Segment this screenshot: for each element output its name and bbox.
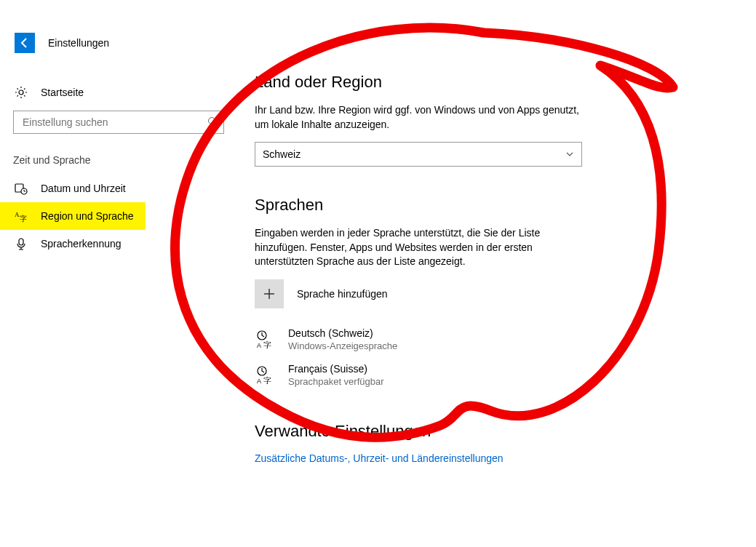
sidebar-item-region-language[interactable]: A字 Region und Sprache: [0, 202, 146, 230]
search-box[interactable]: [13, 111, 224, 134]
search-input[interactable]: [21, 116, 207, 129]
back-row: Einstellungen: [0, 33, 233, 53]
arrow-left-icon: [19, 37, 31, 49]
svg-text:字: 字: [263, 376, 271, 384]
svg-text:字: 字: [20, 215, 27, 223]
languages-section: Sprachen Eingaben werden in jeder Sprach…: [255, 196, 691, 393]
sidebar-item-label: Spracherkennung: [41, 238, 122, 249]
svg-point-1: [209, 117, 215, 124]
country-dropdown[interactable]: Schweiz: [255, 142, 582, 167]
additional-settings-link[interactable]: Zusätzliche Datums-, Uhrzeit- und Länder…: [255, 452, 691, 464]
svg-rect-7: [19, 239, 23, 245]
region-heading: Land oder Region: [255, 73, 691, 92]
language-pack-icon: A字: [255, 329, 275, 349]
back-button[interactable]: [15, 33, 35, 53]
sidebar-item-label: Startseite: [41, 87, 84, 98]
language-item-deutsch[interactable]: A字 Deutsch (Schweiz) Windows-Anzeigespra…: [255, 322, 691, 357]
svg-text:字: 字: [263, 340, 271, 348]
settings-title: Einstellungen: [48, 37, 109, 49]
related-heading: Verwandte Einstellungen: [255, 422, 691, 441]
sidebar-item-date-time[interactable]: Datum und Uhrzeit: [0, 175, 233, 202]
language-pack-icon: A字: [255, 364, 275, 385]
region-section: Land oder Region Ihr Land bzw. Ihre Regi…: [255, 73, 691, 167]
sidebar-item-label: Region und Sprache: [41, 210, 134, 222]
svg-text:A: A: [257, 342, 261, 348]
add-language-label: Sprache hinzufügen: [297, 288, 388, 300]
language-name: Deutsch (Schweiz): [288, 327, 397, 339]
svg-text:A: A: [257, 378, 261, 384]
language-icon: A字: [15, 209, 28, 223]
languages-description: Eingaben werden in jeder Sprache unterst…: [255, 226, 589, 269]
languages-heading: Sprachen: [255, 196, 691, 215]
calendar-clock-icon: [15, 182, 28, 195]
main-content: Land oder Region Ihr Land bzw. Ihre Regi…: [255, 73, 691, 493]
search-icon: [207, 116, 218, 129]
sidebar-category-label: Zeit und Sprache: [0, 150, 233, 175]
country-selected-value: Schweiz: [263, 148, 301, 160]
plus-icon: [255, 279, 284, 308]
sidebar-item-label: Datum und Uhrzeit: [41, 183, 126, 194]
svg-line-2: [215, 123, 218, 126]
sidebar: Einstellungen Startseite Zeit und Sprach…: [0, 0, 233, 257]
region-description: Ihr Land bzw. Ihre Region wird ggf. von …: [255, 103, 582, 132]
svg-text:A: A: [15, 211, 20, 218]
language-item-francais[interactable]: A字 Français (Suisse) Sprachpaket verfügb…: [255, 357, 691, 393]
language-subtitle: Windows-Anzeigesprache: [288, 340, 397, 351]
sidebar-item-speech[interactable]: Spracherkennung: [0, 230, 233, 257]
language-subtitle: Sprachpaket verfügbar: [288, 376, 384, 387]
gear-icon: [15, 86, 28, 99]
language-name: Français (Suisse): [288, 363, 384, 375]
microphone-icon: [15, 237, 28, 250]
svg-point-0: [19, 90, 23, 95]
chevron-down-icon: [565, 150, 574, 159]
related-section: Verwandte Einstellungen Zusätzliche Datu…: [255, 422, 691, 464]
sidebar-item-home[interactable]: Startseite: [0, 79, 233, 106]
add-language-button[interactable]: Sprache hinzufügen: [255, 279, 691, 308]
